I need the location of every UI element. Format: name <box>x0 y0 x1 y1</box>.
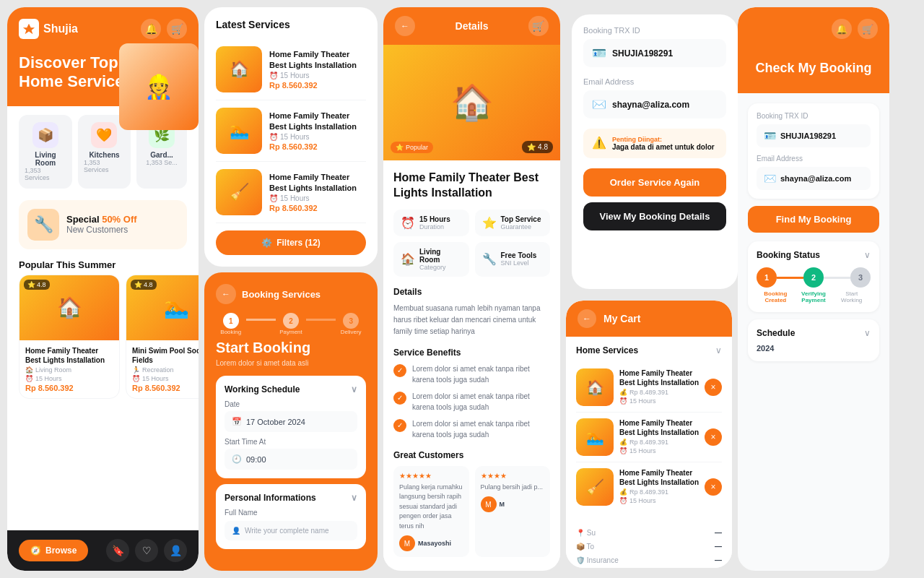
summary-label: 📍 Su <box>576 529 596 537</box>
popular-item-hours: ⏰ 15 Hours <box>132 375 199 382</box>
time-input[interactable]: 🕘 09:00 <box>225 449 357 470</box>
check-booking-title: Check My Booking <box>749 61 878 76</box>
popular-item-name: Home Family Theater Best Lights Installa… <box>25 346 113 365</box>
back-button[interactable]: ← <box>395 16 415 36</box>
service-item-3[interactable]: 🧹 Home Family Theater Best Lights Instal… <box>216 162 366 223</box>
category-count: 1,353 Services <box>25 167 66 181</box>
step-line-1 <box>246 319 276 321</box>
find-booking-button[interactable]: Find My Booking <box>748 206 879 233</box>
booking-panel: ← Booking Services 1 Booking 2 Payment 3… <box>204 272 378 571</box>
schedule-chevron-icon[interactable]: ∨ <box>351 384 357 394</box>
heart-button[interactable]: ♡ <box>135 539 158 562</box>
order-service-button[interactable]: Order Service Again <box>583 168 726 197</box>
profile-button[interactable]: 👤 <box>164 539 187 562</box>
view-booking-button[interactable]: View My Booking Details <box>583 202 726 230</box>
stars-1: ★★★★★ <box>399 472 463 480</box>
booking-status-card: Booking Status ∨ 1 2 3 Booking <box>748 241 879 312</box>
email-label: Email Address <box>583 77 726 86</box>
service-thumbnail: 🏊 <box>216 108 262 154</box>
step-line-2 <box>824 277 850 279</box>
notification-icon-button[interactable]: 🔔 <box>832 19 852 39</box>
date-label: Date <box>225 400 357 408</box>
back-button[interactable]: ← <box>216 284 236 304</box>
check-icon-2: ✓ <box>393 392 406 405</box>
service-info: Home Family Theater Best Lights Installa… <box>269 111 366 151</box>
cart-item-info: Home Family Theater Best Lights Installa… <box>619 468 699 506</box>
rating-badge: ⭐ 4.8 <box>24 280 50 290</box>
cart-item-hours: ⏰ 15 Hours <box>619 497 699 504</box>
name-placeholder: Write your complete name <box>245 527 329 535</box>
reviewer-name-1: Masayoshi <box>418 540 451 547</box>
service-item-2[interactable]: 🏊 Home Family Theater Best Lights Instal… <box>216 100 366 162</box>
remove-item-button[interactable]: × <box>705 478 722 496</box>
warning-content: Penting Diingat: Jaga data di amet untuk… <box>612 136 715 151</box>
service-hours: ⏰ 15 Hours <box>269 133 366 141</box>
cart-item-meta: 💰 Rp 8.489.391 <box>619 439 699 446</box>
booking-steps: 1 2 3 <box>757 267 871 288</box>
service-hero-image: 🏠 ⭐ Popular ⭐ 4.8 <box>383 45 560 160</box>
service-title: Home Family Theater Best Lights Installa… <box>393 171 550 201</box>
cart-icon-button[interactable]: 🛒 <box>858 19 878 39</box>
full-name-input[interactable]: 👤 Write your complete name <box>225 521 357 540</box>
service-name: Home Family Theater Best Lights Installa… <box>269 49 366 70</box>
category-name: Kitchens <box>89 151 119 159</box>
browse-button[interactable]: 🧭 Browse <box>19 540 88 561</box>
meta-value: Living Room <box>419 248 462 264</box>
cart-item-name: Home Family Theater Best Lights Installa… <box>619 418 699 437</box>
clock-icon: 🕘 <box>232 454 242 464</box>
service-price: Rp 8.560.392 <box>269 81 366 90</box>
popular-item-2[interactable]: 🏊 ⭐ 4.8 Mini Swim Pool Soccer Fields 🏃 R… <box>126 275 199 399</box>
cart-back-button[interactable]: ← <box>578 309 596 328</box>
summary-label: 📦 To <box>576 543 594 551</box>
step-line-2 <box>306 319 336 321</box>
rating-badge: ⭐ 4.8 <box>522 141 553 153</box>
date-input[interactable]: 📅 17 October 2024 <box>225 411 357 432</box>
person-icon: 👤 <box>232 527 240 535</box>
schedule-header: Schedule ∨ <box>757 328 871 338</box>
cart-button[interactable]: 🛒 <box>167 19 187 39</box>
personal-chevron-icon[interactable]: ∨ <box>351 493 357 503</box>
step-1-circle: 1 <box>757 267 777 288</box>
category-count: 1,353 Services <box>84 159 125 173</box>
benefits-title: Service Benefits <box>393 348 550 358</box>
service-thumbnail: 🧹 <box>216 169 262 215</box>
cart-icon-button[interactable]: 🛒 <box>528 16 549 36</box>
bookmark-button[interactable]: 🔖 <box>106 539 129 562</box>
category-living-room[interactable]: 📦 Living Room 1,353 Services <box>19 115 72 189</box>
popular-items-row: 🏠 ⭐ 4.8 Home Family Theater Best Lights … <box>7 275 199 399</box>
benefit-2: ✓ Lorem dolor si amet enak tanpa ribet k… <box>393 391 550 413</box>
full-name-label: Full Name <box>225 509 357 517</box>
bottom-navigation: 🧭 Browse 🔖 ♡ 👤 <box>7 530 199 571</box>
cart-item-2: 🏊 Home Family Theater Best Lights Instal… <box>576 413 722 462</box>
details-panel: ← Details 🛒 🏠 ⭐ Popular ⭐ 4.8 Home Famil… <box>383 7 560 571</box>
hero-person: 👷 <box>119 43 199 130</box>
cart-item-info: Home Family Theater Best Lights Installa… <box>619 418 699 456</box>
remove-item-button[interactable]: × <box>705 428 722 446</box>
status-chevron-icon[interactable]: ∨ <box>864 250 871 260</box>
service-name: Home Family Theater Best Lights Installa… <box>269 111 366 131</box>
popular-item-1[interactable]: 🏠 ⭐ 4.8 Home Family Theater Best Lights … <box>19 275 120 399</box>
service-item-1[interactable]: 🏠 Home Family Theater Best Lights Instal… <box>216 39 366 100</box>
notification-button[interactable]: 🔔 <box>141 19 161 39</box>
start-booking-subtitle: Lorem dolor si amet data asli <box>216 359 366 367</box>
trx-field: Booking TRX ID 🪪 SHUJIA198291 <box>583 26 726 67</box>
email-icon: ✉️ <box>764 173 776 184</box>
start-booking-title: Start Booking <box>216 340 366 356</box>
step-delivery: 3 Delivery <box>336 313 366 335</box>
filters-button[interactable]: ⚙️ Filters (12) <box>216 230 366 255</box>
email-value: shayna@aliza.com <box>612 100 689 110</box>
meta-tools-info: Free Tools SNI Level <box>501 251 537 267</box>
filter-icon: ⚙️ <box>261 238 272 248</box>
popular-item-info: Home Family Theater Best Lights Installa… <box>19 340 119 398</box>
insurance-value: — <box>715 556 722 564</box>
meta-duration-info: 15 Hours Duration <box>419 215 450 230</box>
details-description: Membuat suasana rumah lebih nyaman tanpa… <box>393 303 550 337</box>
schedule-card: Working Schedule ∨ Date 📅 17 October 202… <box>216 376 366 478</box>
schedule-chevron-icon[interactable]: ∨ <box>864 328 871 338</box>
warning-text: Jaga data di amet untuk dolor <box>612 143 715 151</box>
browse-label: Browse <box>45 545 77 556</box>
cart-chevron-icon[interactable]: ∨ <box>715 345 722 355</box>
remove-item-button[interactable]: × <box>705 379 722 396</box>
trx-value-row: 🪪 SHUJIA198291 <box>757 124 871 147</box>
service-info: Home Family Theater Best Lights Installa… <box>269 49 366 90</box>
